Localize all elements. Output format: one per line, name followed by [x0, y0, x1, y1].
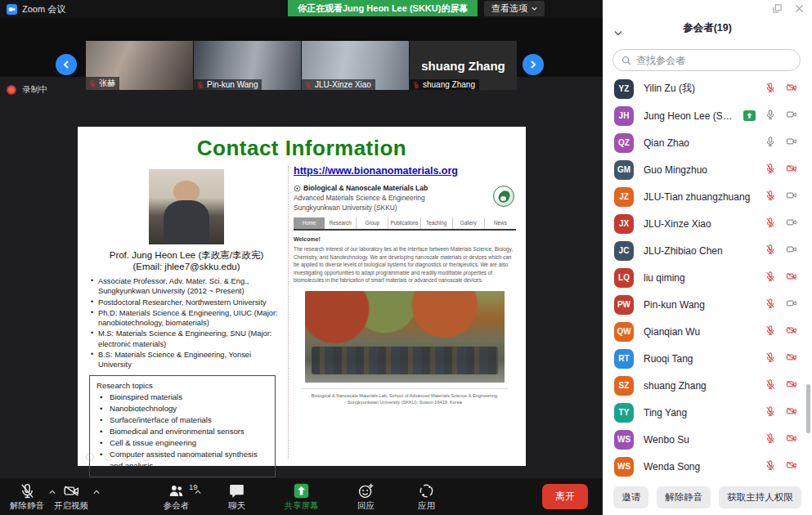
participant-status-icons [765, 136, 798, 150]
mic-muted-icon [412, 81, 420, 89]
presenter-tool-icon[interactable] [123, 453, 132, 461]
video-thumbnail-strip: 张赫 Pin-kun Wang JLU-Xinze Xiaoshuang Zha… [0, 18, 603, 77]
research-topic: Cell & tissue engineering [96, 437, 268, 449]
zoom-logo-icon [7, 4, 17, 15]
lab-nav-tab-teaching[interactable]: Teaching [421, 217, 453, 229]
participant-row[interactable]: YZ Yilin Zu (我) [603, 75, 806, 102]
close-panel-icon[interactable] [795, 4, 804, 13]
presenter-tool-icon[interactable] [86, 453, 94, 461]
lab-name: Biological & Nanoscale Materials Lab [303, 184, 428, 192]
video-tile[interactable]: shuang Zhang shuang Zhang [410, 41, 517, 90]
invite-button[interactable]: 邀请 [613, 486, 648, 508]
participant-row[interactable]: JZ JLU-Tian zhuangzhuang [603, 183, 806, 210]
recording-indicator[interactable]: 录制中 [7, 84, 48, 96]
apps-button[interactable]: 应用 [409, 481, 445, 513]
camera-icon [785, 190, 798, 201]
mic-muted-icon [19, 482, 36, 499]
cv-bullet: Ph.D: Materials Science & Engineering, U… [89, 308, 284, 329]
zoom-meeting-window: Zoom 会议 你正在观看Jung Heon Lee (SKKU)的屏幕 查看选… [0, 0, 812, 515]
participant-row[interactable]: SZ shuang Zhang [603, 372, 806, 399]
participant-status-icons [765, 432, 798, 447]
participant-list-scrollbar[interactable] [806, 384, 810, 433]
slide-left-column: Prof. Jung Heon Lee (李政憲/李政宪) (Email: jh… [89, 166, 284, 477]
participant-row[interactable]: TY Ting Yang [603, 399, 806, 426]
participant-row[interactable]: QW Qianqian Wu [603, 318, 806, 345]
claim-host-button[interactable]: 获取主持人权限 [719, 486, 801, 508]
presenter-tool-icon[interactable] [161, 453, 169, 461]
video-tile[interactable]: Pin-kun Wang [194, 41, 301, 90]
participant-status-icons [765, 244, 798, 258]
avatar: YZ [614, 79, 634, 99]
lab-nav-tab-gallery[interactable]: Gallery [453, 217, 485, 229]
lab-nav-tab-research[interactable]: Research [325, 217, 357, 229]
view-options-button[interactable]: 查看选项 [484, 1, 545, 16]
mic-muted-icon [765, 325, 776, 336]
unmute-button[interactable]: 解除静音 [5, 481, 49, 513]
caption-divider [302, 388, 508, 389]
previous-participants-arrow[interactable] [56, 54, 77, 75]
mic-muted-icon [765, 352, 776, 363]
participant-row[interactable]: PW Pin-kun Wang [603, 291, 806, 318]
slide-presenter-toolbar [86, 453, 207, 461]
lab-nav-tab-news[interactable]: News [485, 217, 516, 229]
avatar: JX [614, 214, 634, 234]
chat-button[interactable]: 聊天 [219, 481, 255, 513]
participant-name: Jung Heon Lee (SKKU) [644, 110, 738, 122]
next-participants-arrow[interactable] [523, 54, 544, 75]
photo-caption-line2: Sungkyunkwan University (SKKU), Suwon 16… [294, 399, 516, 405]
start-video-button[interactable]: 开启视频 [49, 481, 93, 513]
share-screen-button[interactable]: 共享屏幕 [280, 481, 324, 513]
lab-nav-tab-group[interactable]: Group [357, 217, 388, 229]
lab-nav-tab-home[interactable]: Home [294, 217, 325, 229]
unmute-all-button[interactable]: 解除静音 [657, 486, 711, 508]
lab-website-nav: HomeResearchGroupPublicationsTeachingGal… [294, 217, 516, 231]
photo-caption-line1: Biological & Nanoscale Materials Lab, Sc… [294, 392, 516, 399]
participant-status-icons [765, 378, 798, 393]
participant-row[interactable]: JC JLU-Zhibiao Chen [603, 237, 806, 264]
camera-icon [785, 109, 798, 120]
recording-label: 录制中 [22, 84, 48, 96]
lab-website-link[interactable]: https://www.bionanomaterials.org [294, 165, 458, 177]
camera-icon [785, 217, 798, 228]
cv-bullet: M.S: Materials Science & Engineering, SN… [89, 329, 284, 349]
presenter-tool-icon[interactable] [142, 453, 150, 461]
mic-muted-icon [765, 244, 776, 255]
presenter-tool-icon[interactable] [180, 453, 188, 461]
start-video-options-chevron[interactable] [93, 486, 100, 496]
lab-nav-tab-publications[interactable]: Publications [388, 217, 420, 229]
participants-button[interactable]: 参会者19 [159, 481, 195, 513]
participant-row[interactable]: RT Ruoqi Tang [603, 345, 806, 372]
presenter-tool-icon[interactable] [105, 453, 113, 461]
shared-screen-slide: Contact Information Prof. Jung Heon Lee … [78, 127, 526, 466]
participant-row[interactable]: WS Wenda Song [603, 453, 806, 479]
participant-row[interactable]: JX JLU-Xinze Xiao [603, 210, 806, 237]
camera-off-icon [785, 163, 798, 174]
avatar: SZ [614, 376, 634, 396]
participant-status-icons [765, 82, 798, 96]
search-input[interactable] [636, 55, 792, 66]
screen-sharing-badge [743, 110, 756, 121]
video-tile[interactable]: JLU-Xinze Xiao [302, 41, 409, 90]
participant-row[interactable]: LQ liu qiming [603, 264, 806, 291]
participant-search-box[interactable] [612, 49, 801, 71]
reactions-button[interactable]: 回应 [348, 481, 384, 513]
video-tile[interactable]: 张赫 [86, 41, 193, 90]
participants-icon [168, 482, 185, 499]
participants-options-chevron[interactable] [195, 486, 201, 496]
participant-row[interactable]: GM Guo Mingzhuo [603, 156, 806, 183]
participant-row[interactable]: WS Wenbo Su [603, 426, 806, 453]
pop-out-icon[interactable] [773, 4, 782, 13]
toolbar-left-group: 解除静音 开启视频 [5, 481, 93, 513]
participant-row[interactable]: QZ Qian Zhao [603, 129, 806, 156]
mic-muted-icon [196, 81, 204, 89]
mic-muted-icon [765, 432, 776, 444]
presenter-tool-icon[interactable] [199, 453, 207, 461]
participant-status-icons [765, 352, 798, 366]
lab-header: Biological & Nanoscale Materials Lab Adv… [294, 184, 516, 212]
participant-status-icons [765, 298, 798, 312]
share-screen-icon [293, 482, 310, 499]
leave-meeting-button[interactable]: 离开 [542, 484, 588, 509]
mic-muted-icon [765, 163, 776, 174]
video-tiles: 张赫 Pin-kun Wang JLU-Xinze Xiaoshuang Zha… [86, 41, 518, 90]
participant-row[interactable]: JH Jung Heon Lee (SKKU) [603, 102, 806, 129]
